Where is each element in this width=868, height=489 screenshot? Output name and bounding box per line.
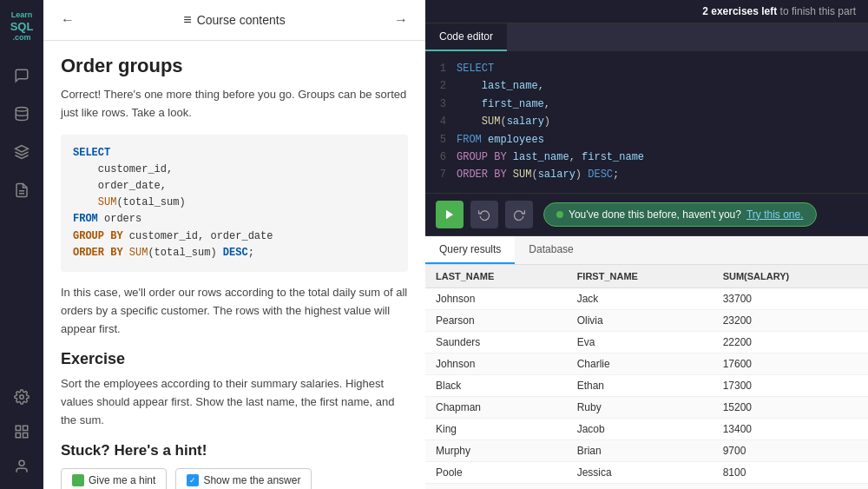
layers-icon[interactable]: [10, 140, 34, 164]
table-row: KingJacob13400: [425, 418, 868, 439]
table-row: JohnsonJack33700: [425, 287, 868, 309]
editor-tabs: Code editor: [425, 23, 868, 51]
exercise-title: Exercise: [61, 350, 408, 368]
code-line: 1 SELECT: [425, 60, 868, 77]
hint-banner: You've done this before, haven't you? Tr…: [543, 202, 817, 227]
svg-point-9: [19, 460, 24, 466]
svg-marker-1: [16, 146, 29, 153]
table-row: JohnsonCharlie17600: [425, 353, 868, 374]
code-line: 4 SUM(salary): [425, 113, 868, 130]
hint-banner-text: You've done this before, haven't you?: [569, 208, 741, 221]
logo-line2: SQL: [10, 20, 34, 34]
hint-dot: [556, 211, 563, 218]
code-line: 7 ORDER BY SUM(salary) DESC;: [425, 166, 868, 183]
right-panel: 2 exercises left to finish this part Cod…: [425, 0, 868, 489]
user-icon[interactable]: [10, 454, 34, 479]
col-last-name: LAST_NAME: [425, 265, 567, 288]
code-line: 2 last_name,: [425, 77, 868, 95]
logo-line1: Learn: [10, 10, 34, 20]
sidebar: Learn SQL .com: [0, 0, 43, 489]
code-line: 5 FROM employees: [425, 131, 868, 149]
redo-button[interactable]: [505, 201, 533, 228]
code-example: SELECT customer_id, order_date, SUM(tota…: [61, 135, 408, 272]
exercise-text: Sort the employees according to their su…: [61, 375, 408, 429]
table-row: BennettLily7850: [425, 483, 868, 489]
results-table[interactable]: LAST_NAME FIRST_NAME SUM(SALARY) Johnson…: [425, 265, 868, 489]
code-editor[interactable]: 1 SELECT 2 last_name, 3 first_name, 4 SU…: [425, 51, 868, 193]
table-row: MurphyBrian9700: [425, 439, 868, 461]
grid-icon[interactable]: [10, 420, 34, 444]
tab-code-editor[interactable]: Code editor: [425, 23, 507, 51]
exercises-count: 2 exercises left: [702, 5, 777, 17]
answer-checkbox-icon: [187, 474, 199, 486]
sidebar-bottom: [10, 385, 34, 489]
logo-line3: .com: [10, 33, 34, 43]
table-row: BlackEthan17300: [425, 374, 868, 396]
tab-database[interactable]: Database: [515, 236, 587, 264]
svg-point-0: [16, 108, 28, 112]
code-line: 3 first_name,: [425, 96, 868, 113]
settings-icon[interactable]: [10, 385, 34, 409]
run-button[interactable]: [436, 201, 464, 228]
svg-rect-8: [16, 433, 20, 438]
hint-title: Stuck? Here's a hint!: [61, 442, 408, 459]
app-logo[interactable]: Learn SQL .com: [7, 7, 37, 46]
svg-rect-7: [23, 433, 28, 438]
tab-query-results[interactable]: Query results: [425, 236, 515, 264]
col-sum-salary: SUM(SALARY): [713, 265, 868, 288]
svg-point-4: [20, 395, 24, 400]
exercises-notice: 2 exercises left to finish this part: [425, 0, 868, 23]
results-section: Query results Database LAST_NAME FIRST_N…: [425, 236, 868, 489]
table-row: PearsonOlivia23200: [425, 309, 868, 331]
svg-marker-10: [446, 209, 453, 219]
reset-button[interactable]: [470, 201, 498, 228]
query-results-table: LAST_NAME FIRST_NAME SUM(SALARY) Johnson…: [425, 265, 868, 489]
svg-rect-5: [16, 426, 20, 430]
lesson-content: Order groups Correct! There's one more t…: [43, 41, 425, 489]
col-first-name: FIRST_NAME: [567, 265, 713, 288]
editor-toolbar: You've done this before, haven't you? Tr…: [425, 193, 868, 235]
database-icon[interactable]: [10, 102, 34, 126]
table-row: PooleJessica8100: [425, 461, 868, 483]
hint-icon: [72, 474, 84, 486]
lesson-title: Order groups: [61, 55, 408, 77]
editor-section: Code editor 1 SELECT 2 last_name, 3 firs…: [425, 23, 868, 236]
sidebar-nav: [10, 63, 34, 385]
show-answer-button[interactable]: Show me the answer: [175, 468, 312, 489]
give-hint-button[interactable]: Give me a hint: [61, 468, 167, 489]
course-title: ≡ Course contents: [183, 12, 285, 28]
forward-button[interactable]: →: [391, 9, 411, 31]
hint-banner-link[interactable]: Try this one.: [746, 208, 804, 221]
table-header-row: LAST_NAME FIRST_NAME SUM(SALARY): [425, 265, 868, 288]
table-row: ChapmanRuby15200: [425, 396, 868, 418]
svg-rect-6: [23, 426, 28, 430]
hint-buttons: Give me a hint Show me the answer: [61, 468, 408, 489]
lesson-description: In this case, we'll order our rows accor…: [61, 284, 408, 338]
document-icon[interactable]: [10, 178, 34, 202]
lesson-panel: ← ≡ Course contents → Order groups Corre…: [43, 0, 425, 489]
back-button[interactable]: ←: [57, 9, 78, 31]
chat-icon[interactable]: [10, 63, 34, 88]
exercises-suffix: to finish this part: [777, 5, 856, 17]
course-header: ← ≡ Course contents →: [43, 0, 425, 41]
results-tabs: Query results Database: [425, 236, 868, 265]
table-row: SaundersEva22200: [425, 331, 868, 353]
code-line: 6 GROUP BY last_name, first_name: [425, 149, 868, 166]
menu-icon: ≡: [183, 12, 191, 28]
lesson-intro: Correct! There's one more thing before y…: [61, 86, 408, 122]
